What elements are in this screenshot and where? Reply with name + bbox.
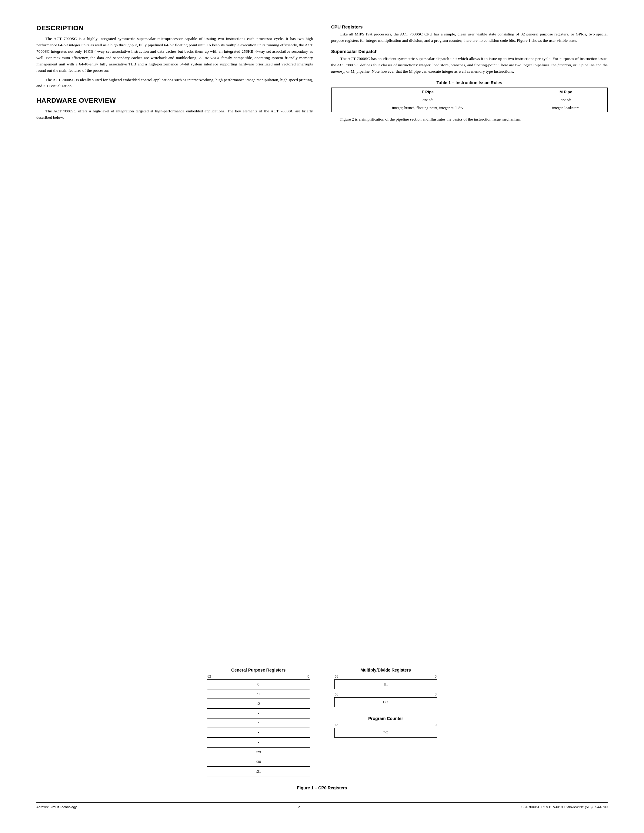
table-row1-col1: one of: [331,96,524,104]
gpr-row-r29: r29 [207,747,310,757]
hardware-overview-title: Hardware Overview [36,96,313,105]
pc-bit-high: 63 [335,723,338,727]
mdr-hi-bit-high: 63 [335,674,338,679]
gpr-rows: 0 r1 r2 • • • • r29 r30 r31 [207,679,310,776]
description-para-1: The ACT 7000SC is a highly integrated sy… [36,36,313,74]
table-col2-header: M Pipe [524,88,607,96]
superscalar-dispatch-title: Superscalar Dispatch [331,49,608,54]
left-column: Description The ACT 7000SC is a highly i… [36,24,313,656]
table-note: Figure 2 is a simplification of the pipe… [331,116,608,123]
gpr-row-r30: r30 [207,757,310,767]
pc-bit-low: 0 [435,723,437,727]
hardware-overview-para: The ACT 7000SC offers a high-level of in… [36,108,313,121]
footer: Aeroflex Circuit Technology 2 SCD7000SC … [36,802,608,809]
cpu-registers-title: CPU Registers [331,24,608,29]
table-title: Table 1 – Instruction Issue Rules [331,80,608,85]
superscalar-dispatch-para: The ACT 7000SC has an efficient symmetri… [331,56,608,75]
gpr-row-r2: r2 [207,699,310,709]
mdr-lo-box: LO [334,697,437,707]
mdr-lo-bit-high: 63 [335,692,338,697]
table-row2-col1: integer, branch, floating-point, integer… [331,104,524,112]
right-registers: Multiply/Divide Registers 63 0 HI 63 0 L… [334,667,437,738]
gpr-row-dot3: • [207,728,310,738]
gpr-row-dot2: • [207,718,310,728]
pc-group: Program Counter 63 0 PC [334,716,437,738]
footer-page-number: 2 [298,805,300,809]
description-para-2: The ACT 7000SC is ideally suited for hig… [36,77,313,90]
gpr-bit-labels: 63 0 [207,674,310,679]
mdr-group: Multiply/Divide Registers 63 0 HI 63 0 L… [334,667,437,707]
gpr-title: General Purpose Registers [231,667,286,672]
gpr-row-dot1: • [207,709,310,718]
description-title: Description [36,24,313,32]
instruction-issue-table: F Pipe M Pipe one of: one of: integer, b… [331,88,608,112]
mdr-lo-bit-low: 0 [435,692,437,697]
gpr-row-dot4: • [207,738,310,747]
cpu-registers-para: Like all MIPS ISA processors, the ACT 70… [331,31,608,44]
pc-title: Program Counter [368,716,403,721]
gpr-row-r31: r31 [207,767,310,776]
table-col1-header: F Pipe [331,88,524,96]
gpr-row-r1: r1 [207,689,310,699]
pc-box: PC [334,728,437,738]
table-row1-col2: one of: [524,96,607,104]
mdr-hi-bit-low: 0 [435,674,437,679]
figure-caption: Figure 1 – CP0 Registers [36,785,608,790]
mdr-title: Multiply/Divide Registers [360,667,411,672]
figure-section: General Purpose Registers 63 0 0 r1 r2 •… [36,667,608,776]
table-row2-col2: integer, load/store [524,104,607,112]
mdr-lo-bit-labels: 63 0 [334,692,437,697]
page: Description The ACT 7000SC is a highly i… [0,0,644,833]
gpr-bit-low: 0 [308,674,309,679]
mdr-hi-box: HI [334,679,437,689]
gpr-group: General Purpose Registers 63 0 0 r1 r2 •… [207,667,310,776]
gpr-bit-high: 63 [208,674,211,679]
footer-right: SCD7000SC REV B 7/30/01 Plainview NY (51… [521,805,608,809]
footer-left: Aeroflex Circuit Technology [36,805,77,809]
mdr-hi-bit-labels: 63 0 [334,674,437,679]
right-column: CPU Registers Like all MIPS ISA processo… [331,24,608,656]
pc-bit-labels: 63 0 [334,723,437,727]
gpr-row-0: 0 [207,679,310,689]
two-column-layout: Description The ACT 7000SC is a highly i… [36,24,608,656]
